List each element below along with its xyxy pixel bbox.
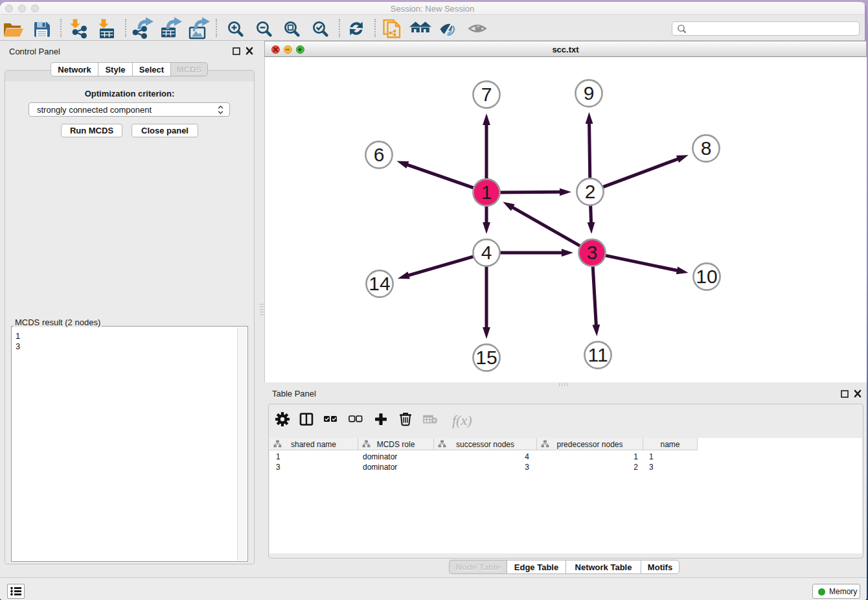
svg-text:7: 7 — [481, 84, 492, 105]
svg-text:8: 8 — [701, 137, 712, 159]
svg-text:15: 15 — [475, 347, 497, 368]
svg-text:11: 11 — [588, 344, 608, 365]
svg-text:1: 1 — [481, 181, 492, 203]
svg-text:f(x): f(x) — [452, 412, 472, 428]
svg-text:6: 6 — [374, 144, 385, 165]
svg-text:2: 2 — [585, 181, 596, 202]
svg-text:14: 14 — [369, 273, 390, 294]
svg-text:3: 3 — [587, 242, 598, 263]
svg-text:9: 9 — [584, 82, 595, 104]
svg-text:4: 4 — [481, 242, 492, 263]
svg-text:10: 10 — [696, 266, 717, 287]
